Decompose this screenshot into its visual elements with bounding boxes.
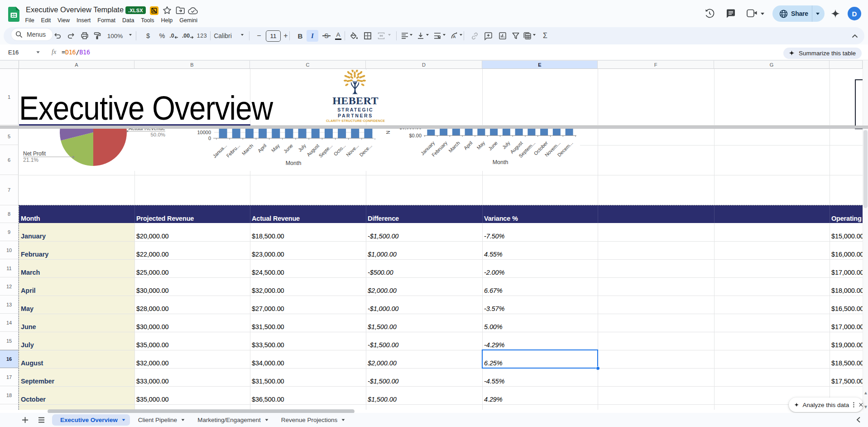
- text-color-button[interactable]: A: [332, 30, 344, 42]
- move-folder-icon[interactable]: [176, 6, 185, 15]
- version-history-icon[interactable]: [705, 9, 715, 19]
- cell-actual-march[interactable]: $24,500.00: [250, 259, 366, 277]
- cell-actual-september[interactable]: $31,500.00: [250, 368, 366, 386]
- cell-projected-september[interactable]: $33,000.00: [134, 368, 250, 386]
- row-header-13[interactable]: 13: [0, 296, 19, 314]
- open-side-panel-chevron[interactable]: [856, 417, 861, 423]
- cell-month-october[interactable]: October: [19, 386, 134, 404]
- menu-tools[interactable]: Tools: [138, 15, 158, 25]
- increase-decimals-button[interactable]: .00: [182, 30, 194, 42]
- cell-month-march[interactable]: March: [19, 259, 134, 277]
- paint-format-button[interactable]: [91, 30, 103, 42]
- column-header-C[interactable]: C: [250, 60, 366, 69]
- cell-opex-march[interactable]: $17,000.00: [830, 259, 863, 277]
- menu-insert[interactable]: Insert: [73, 15, 94, 25]
- scroll-up-arrow[interactable]: ▲: [863, 391, 868, 395]
- row-header-6[interactable]: 6: [0, 145, 19, 175]
- bold-button[interactable]: B: [294, 30, 306, 42]
- comments-icon[interactable]: [726, 9, 736, 19]
- increase-font-size-button[interactable]: +: [280, 30, 292, 42]
- cell-projected-june[interactable]: $30,000.00: [134, 314, 250, 332]
- cell-opex-july[interactable]: $19,000.00: [830, 332, 863, 350]
- cell-opex-september[interactable]: $17,500.00: [830, 368, 863, 386]
- cell-actual-february[interactable]: $23,000.00: [250, 241, 366, 259]
- column-header-A[interactable]: A: [19, 60, 134, 69]
- cell-month-september[interactable]: September: [19, 368, 134, 386]
- cell-actual-october[interactable]: $36,500.00: [250, 386, 366, 404]
- cell-opex-august[interactable]: $18,500.00: [830, 350, 863, 368]
- cell-variance-april[interactable]: 6.67%: [482, 277, 598, 296]
- row-header-11[interactable]: 11: [0, 259, 19, 277]
- cell-difference-june[interactable]: $1,500.00: [366, 314, 482, 332]
- formula-input[interactable]: =D16/B16: [62, 49, 90, 56]
- menu-file[interactable]: File: [22, 15, 38, 25]
- insert-chart-button[interactable]: [497, 30, 508, 42]
- cell-variance-may[interactable]: -3.57%: [482, 296, 598, 314]
- pie-chart[interactable]: Actual Revenue50.0%Net Profit21.1%: [19, 128, 192, 171]
- fill-color-button[interactable]: [348, 30, 360, 42]
- share-button[interactable]: Share: [772, 5, 825, 22]
- cell-difference-august[interactable]: $2,000.00: [366, 350, 482, 368]
- strikethrough-button[interactable]: S: [321, 30, 332, 42]
- cloud-saved-icon[interactable]: [188, 7, 198, 15]
- font-size-input[interactable]: 11: [266, 30, 281, 42]
- row-header-10[interactable]: 10: [0, 241, 19, 259]
- select-all-corner[interactable]: [0, 60, 19, 69]
- collapse-toolbar-button[interactable]: [849, 30, 861, 42]
- cell-actual-april[interactable]: $32,000.00: [250, 277, 366, 296]
- row-header-5[interactable]: 5: [0, 128, 19, 145]
- decrease-font-size-button[interactable]: −: [253, 30, 265, 42]
- redo-button[interactable]: [65, 30, 77, 42]
- cell-projected-february[interactable]: $22,000.00: [134, 241, 250, 259]
- table-views-button[interactable]: [521, 30, 533, 42]
- star-icon[interactable]: [163, 6, 172, 15]
- cell-variance-september[interactable]: -4.55%: [482, 368, 598, 386]
- cell-month-april[interactable]: April: [19, 277, 134, 296]
- undo-button[interactable]: [52, 30, 63, 42]
- cell-projected-may[interactable]: $28,000.00: [134, 296, 250, 314]
- create-filter-button[interactable]: [510, 30, 522, 42]
- cell-projected-august[interactable]: $32,000.00: [134, 350, 250, 368]
- zoom-control[interactable]: 100%: [104, 30, 126, 42]
- add-sheet-button[interactable]: [19, 414, 31, 426]
- vertical-scrollbar[interactable]: [863, 60, 868, 410]
- sheet-tab-revenue-projections[interactable]: Revenue Projections: [273, 414, 350, 426]
- italic-button[interactable]: I: [307, 30, 318, 42]
- cell-actual-may[interactable]: $27,000.00: [250, 296, 366, 314]
- vertical-align-button[interactable]: [415, 30, 427, 42]
- cell-variance-june[interactable]: 5.00%: [482, 314, 598, 332]
- row-header-16[interactable]: 16: [0, 350, 19, 368]
- format-currency-button[interactable]: $: [142, 30, 154, 42]
- gemini-icon[interactable]: [830, 9, 841, 19]
- cell-variance-february[interactable]: 4.55%: [482, 241, 598, 259]
- sheet-tab-marketing-engagement[interactable]: Marketing/Engagement: [189, 414, 273, 426]
- cell-opex-may[interactable]: $16,500.00: [830, 296, 863, 314]
- font-family-select[interactable]: Calibri: [211, 30, 235, 42]
- row-header-9[interactable]: 9: [0, 223, 19, 241]
- cell-variance-october[interactable]: 4.29%: [482, 386, 598, 404]
- cell-month-july[interactable]: July: [19, 332, 134, 350]
- tab-menu-caret[interactable]: [182, 419, 185, 421]
- menu-edit[interactable]: Edit: [38, 15, 54, 25]
- text-rotation-button[interactable]: A: [448, 30, 460, 42]
- tab-menu-caret[interactable]: [122, 419, 125, 421]
- tab-menu-caret[interactable]: [342, 419, 345, 421]
- column-header-E[interactable]: E: [482, 60, 598, 69]
- cell-difference-march[interactable]: -$500.00: [366, 259, 482, 277]
- sheet-tab-executive-overview[interactable]: Executive Overview: [52, 414, 130, 426]
- cell-month-january[interactable]: January: [19, 223, 134, 241]
- tab-menu-caret[interactable]: [265, 419, 268, 421]
- functions-button[interactable]: Σ: [539, 30, 551, 42]
- insert-link-button[interactable]: [469, 30, 480, 42]
- menu-format[interactable]: Format: [94, 15, 119, 25]
- cell-variance-march[interactable]: -2.00%: [482, 259, 598, 277]
- text-wrap-button[interactable]: [432, 30, 443, 42]
- camera-dropdown-caret[interactable]: [761, 13, 764, 15]
- row-header-18[interactable]: 18: [0, 386, 19, 404]
- more-formats-button[interactable]: 123: [196, 30, 208, 42]
- meet-camera-icon[interactable]: [747, 9, 758, 18]
- row-header-15[interactable]: 15: [0, 332, 19, 350]
- cell-projected-october[interactable]: $35,000.00: [134, 386, 250, 404]
- print-button[interactable]: [79, 30, 91, 42]
- bar-chart-net-profit[interactable]: $5,000.00$0.00JanuaryFebruaryMarchAprilM…: [383, 128, 580, 171]
